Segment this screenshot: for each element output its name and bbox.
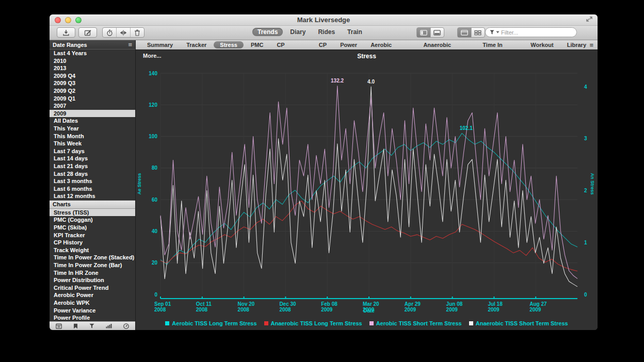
chart-list-item[interactable]: Critical Power Trend [50,284,135,292]
legend-item: Anaerobic TISS Short Term Stress [469,320,568,326]
app-tab-diary[interactable]: Diary [285,28,311,36]
chart-list-item[interactable]: PMC (Coggan) [50,216,135,224]
date-range-item[interactable]: Last 3 months [50,177,135,185]
filter-field[interactable]: Filter... [485,27,577,37]
date-range-item[interactable]: Last 14 days [50,155,135,162]
legend-swatch [369,321,374,325]
date-range-item[interactable]: 2007 [50,102,135,110]
split-button[interactable] [116,28,130,37]
svg-text:Dec 30: Dec 30 [279,301,296,307]
date-range-item[interactable]: 2009 Q4 [50,72,135,80]
view-tiled-button[interactable] [458,28,471,37]
calendar-icon[interactable] [56,323,62,329]
chart-tab-bar: SummaryTrackerStressPMCCP HistoryCPPower… [136,40,598,50]
tab-tracker[interactable]: Tracker [180,41,213,48]
tab-cp-history[interactable]: CP History [270,41,311,48]
charts-header: Charts [50,200,135,209]
sidebar-toolbar [50,321,135,330]
panel-bottom-toggle[interactable] [430,28,444,37]
menu-icon[interactable]: ≡ [128,42,132,47]
svg-text:2009: 2009 [529,307,541,312]
chart-list-item[interactable]: PMC (Skiba) [50,224,135,232]
svg-text:2008: 2008 [238,307,250,312]
chart-list-item[interactable]: Time In HR Zone [50,269,135,277]
tab-stress[interactable]: Stress [214,41,244,48]
chart-list-item[interactable]: Track Weight [50,246,135,254]
chart-list-item[interactable]: Aerobic WPK [50,299,135,307]
title-bar[interactable]: Mark Liversedge [50,14,598,26]
chart-legend: Aerobic TISS Long Term StressAnaerobic T… [136,320,598,326]
tab-aerobic-power[interactable]: Aerobic Power [364,41,416,48]
legend-swatch [165,321,169,325]
date-range-item[interactable]: 2009 Q3 [50,79,135,87]
tab-cp[interactable]: CP [313,41,333,48]
date-range-item[interactable]: Last 7 days [50,147,135,155]
filter-funnel-icon [490,30,494,35]
chart-menu-icon[interactable]: ≡ [589,41,593,49]
date-range-item[interactable]: All Dates [50,117,135,125]
app-tab-trends[interactable]: Trends [252,28,283,36]
tab-anaerobic-power[interactable]: Anaerobic Power [417,41,475,48]
svg-text:An Stress: An Stress [590,173,595,194]
svg-text:2009: 2009 [321,307,333,312]
svg-text:Apr 29: Apr 29 [405,301,421,307]
tab-pmc[interactable]: PMC [245,41,269,48]
date-range-item[interactable]: Last 21 days [50,162,135,170]
chart-list-item[interactable]: Stress (TISS) [50,209,135,217]
legend-item: Anaerobic TISS Long Term Stress [264,320,362,326]
view-grid-button[interactable] [471,28,485,37]
chart-list-item[interactable]: Time In Power Zone (Bar) [50,261,135,269]
filter-funnel-icon[interactable] [89,323,94,328]
panel-toggle-group [416,27,444,38]
chart-list-item[interactable]: Aerobic Power [50,291,135,299]
svg-text:Mar 20: Mar 20 [363,301,379,307]
date-range-item[interactable]: 2013 [50,64,135,72]
fullscreen-icon[interactable] [586,16,592,22]
svg-text:Jun 08: Jun 08 [446,301,463,307]
gauge-icon[interactable] [123,323,129,329]
date-range-item[interactable]: 2009 Q2 [50,87,135,95]
stress-chart: Sep 012008Oct 112008Nov 202008Dec 302008… [136,50,598,330]
svg-text:Ae Stress: Ae Stress [137,173,142,195]
tab-library[interactable]: Library [561,41,592,48]
stopwatch-button[interactable] [103,28,116,37]
app-tab-train[interactable]: Train [342,28,367,36]
app-tab-rides[interactable]: Rides [313,28,340,36]
tab-summary[interactable]: Summary [141,41,179,48]
date-range-item[interactable]: This Week [50,140,135,147]
svg-text:2009: 2009 [405,307,416,312]
download-button[interactable] [57,27,75,38]
date-range-item[interactable]: 2010 [50,57,135,65]
svg-text:40: 40 [152,228,158,234]
date-range-item[interactable]: 2009 Q1 [50,95,135,103]
bar-chart-icon[interactable] [106,323,112,328]
tab-time-in-zone[interactable]: Time In Zone [476,41,523,48]
date-range-item[interactable]: Last 6 months [50,185,135,193]
svg-text:2009: 2009 [446,307,458,312]
date-range-item[interactable]: 2009 [50,110,135,118]
bookmark-icon[interactable] [73,323,78,329]
chart-list-item[interactable]: Power Profile [50,314,135,321]
chart-list-item[interactable]: Power Variance [50,307,135,315]
trash-button[interactable] [130,28,144,37]
ride-actions-group [102,27,144,38]
panel-left-toggle[interactable] [417,28,430,37]
date-range-item[interactable]: Last 4 Years [50,50,135,57]
chart-list-item[interactable]: Time In Power Zone (Stacked) [50,254,135,261]
svg-text:132.2: 132.2 [331,78,344,84]
compose-button[interactable] [78,27,97,38]
date-range-item[interactable]: This Month [50,133,135,140]
date-range-list: Last 4 Years201020132009 Q42009 Q32009 Q… [50,50,135,200]
date-range-item[interactable]: Last 12 months [50,192,135,200]
date-range-item[interactable]: Last 28 days [50,170,135,178]
app-tab-bar: TrendsDiaryRidesTrain [252,28,367,36]
tab-power[interactable]: Power [334,41,363,48]
svg-text:0: 0 [584,292,587,298]
date-range-item[interactable]: This Year [50,125,135,133]
tab-workout[interactable]: Workout [524,41,559,48]
chart-list-item[interactable]: CP History [50,239,135,246]
app-window: Mark Liversedge TrendsDiaryRidesTrain [50,14,598,330]
chart-list-item[interactable]: Power Distribution [50,276,135,284]
main-toolbar: TrendsDiaryRidesTrain Filter... [50,26,598,40]
chart-list-item[interactable]: KPI Tracker [50,232,135,239]
